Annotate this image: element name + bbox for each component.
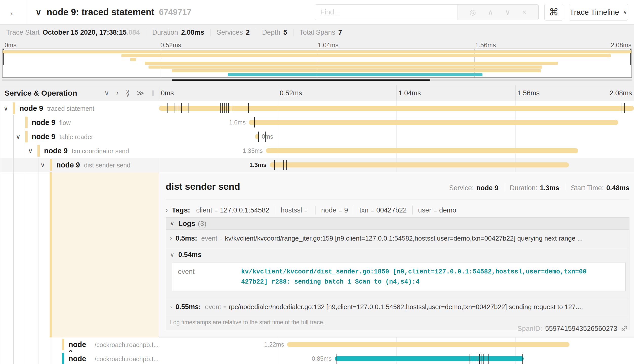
span-row-name-cell[interactable]: ∨node 9txn coordinator send (0, 144, 159, 158)
span-row-timeline-cell[interactable] (159, 101, 634, 115)
logs-header[interactable]: ∨ Logs (3) (166, 218, 629, 230)
chevron-down-icon[interactable]: ∨ (16, 133, 20, 140)
trace-id: 6749717 (159, 7, 191, 17)
tags-row[interactable]: › Tags: client = 127.0.0.1:54582 hostssl… (166, 204, 456, 216)
log-marker-tick (522, 354, 523, 364)
service-name: node 9 (32, 133, 55, 141)
span-rows: node 9/cockroach.roachpb.I...1.22msnode … (0, 337, 634, 364)
span-row[interactable]: ∨node 9txn coordinator send1.35ms (0, 144, 634, 158)
back-button[interactable]: ← (0, 0, 28, 24)
logs-count: (3) (198, 220, 206, 228)
log-marker-tick (167, 103, 168, 113)
span-row-name-cell[interactable]: node 9/cockroach.roachpb.I... (0, 337, 159, 352)
tree-guide-rail (13, 158, 14, 172)
log-marker-tick (222, 103, 223, 113)
clear-search-icon[interactable]: × (522, 8, 526, 16)
divider (256, 29, 256, 36)
span-row-timeline-cell[interactable]: 1.6ms (159, 115, 634, 130)
tree-guide-rail (1, 172, 1, 337)
span-color-bar (25, 131, 28, 142)
meta-label: Start Time: (571, 184, 604, 192)
span-bar[interactable] (159, 106, 634, 111)
tree-guide-rail (13, 115, 14, 130)
chevron-down-icon[interactable]: ∨ (28, 147, 33, 155)
tag-key: hostssl (281, 206, 302, 214)
span-row-name-cell[interactable]: ∨node 9table reader (0, 130, 159, 144)
log-marker-tick (226, 103, 227, 113)
trace-view-selector[interactable]: Trace Timeline ∨ (569, 4, 628, 20)
span-row-name-cell[interactable]: node 4/cockroach.roachpb.I... (0, 352, 159, 364)
span-row-name-cell[interactable]: node 9flow (0, 115, 159, 130)
next-match-icon[interactable]: ∨ (505, 8, 510, 16)
minimap-tick-label: 2.08ms (611, 41, 631, 49)
trace-title: node 9: traced statement (47, 7, 154, 17)
minimap-canvas[interactable] (2, 49, 632, 78)
previous-match-icon[interactable]: ∧ (488, 8, 493, 16)
double-chevron-down-icon[interactable]: ∨∨ (126, 90, 130, 96)
span-bar[interactable] (249, 120, 618, 125)
span-row-timeline-cell[interactable]: 1.3ms (159, 158, 634, 172)
page-header: ← ∨ node 9: traced statement 6749717 ◎ ∧… (0, 0, 634, 24)
ruler-gridline (278, 85, 278, 101)
span-name-wrap: node 9/cockroach.roachpb.I... (69, 337, 159, 352)
tree-guide-rail (13, 337, 14, 352)
span-id-value: 5597415943526560273 (545, 325, 617, 333)
service-name: node 9 (19, 104, 43, 113)
span-bar[interactable] (270, 162, 569, 167)
log-event-message: kv/kvclient/kvcoord/dist_sender.go:1850 … (241, 267, 586, 287)
span-row[interactable]: ∨node 9traced statement (0, 101, 634, 115)
span-row-name-cell[interactable]: ∨node 9traced statement (0, 101, 159, 115)
ruler-tick-label: 1.56ms (517, 89, 540, 97)
chevron-right-icon[interactable]: › (166, 207, 168, 214)
span-row-timeline-cell[interactable]: 1.22ms (159, 337, 634, 352)
log-entry[interactable]: › 0.5ms: event = kv/kvclient/kvcoord/ran… (166, 230, 629, 247)
double-chevron-right-icon[interactable]: ≫ (137, 89, 144, 97)
span-bar[interactable] (266, 148, 579, 153)
command-icon: ⌘ (549, 7, 559, 18)
stat-label: Services (217, 29, 243, 36)
collapse-all-chevron-down-icon[interactable]: ∨ (104, 89, 109, 97)
chevron-down-icon[interactable]: ∨ (4, 105, 8, 112)
span-row[interactable]: ∨node 9table reader0ms (0, 130, 634, 144)
column-resize-handle[interactable]: ∥ (151, 85, 154, 101)
equals-sign: = (434, 207, 437, 214)
chevron-down-icon[interactable]: ∨ (40, 161, 45, 169)
span-row[interactable]: node 9flow1.6ms (0, 115, 634, 130)
span-bar[interactable] (287, 342, 569, 347)
expand-chevron-right-icon[interactable]: › (116, 89, 119, 97)
span-row[interactable]: ∨node 9dist sender send1.3ms (0, 158, 634, 172)
minimap-tick-label: 1.56ms (475, 41, 496, 49)
keyboard-shortcuts-button[interactable]: ⌘ (544, 4, 563, 20)
minimap-span-bar (3, 50, 631, 53)
link-icon[interactable] (620, 325, 628, 333)
tree-guide-rail (13, 144, 14, 158)
log-entry-expanded-header[interactable]: ∨ 0.54ms (166, 247, 629, 262)
stat-value: 2.08ms (181, 29, 204, 36)
tree-guide-rail (1, 158, 1, 172)
ruler-gridline (515, 85, 516, 101)
timeline-gridline (515, 130, 516, 144)
span-row-timeline-cell[interactable]: 0ms (159, 130, 634, 144)
find-input[interactable] (315, 5, 457, 20)
span-row-timeline-cell[interactable]: 1.35ms (159, 144, 634, 158)
log-entry[interactable]: › 0.55ms: event = rpc/nodedialer/nodedia… (166, 298, 629, 316)
minimap-scrub-handle[interactable] (172, 79, 430, 81)
span-row[interactable]: node 9/cockroach.roachpb.I...1.22ms (0, 337, 634, 352)
span-detail-title: dist sender send (166, 181, 240, 192)
match-locate-icon[interactable]: ◎ (470, 8, 476, 16)
log-marker-tick (175, 103, 175, 113)
tag-item: node = 9 (321, 206, 348, 214)
divider (210, 29, 210, 36)
operation-name: /cockroach.roachpb.I... (95, 355, 159, 363)
chevron-down-icon[interactable]: ∨ (35, 7, 41, 17)
span-row-timeline-cell[interactable]: 0.85ms (159, 352, 634, 364)
span-row-name-cell[interactable]: ∨node 9dist sender send (0, 158, 159, 172)
span-row[interactable]: node 4/cockroach.roachpb.I...0.85ms (0, 352, 634, 364)
timeline-gridline (396, 130, 397, 144)
stat-value: 7 (338, 29, 342, 36)
span-bar[interactable] (335, 356, 524, 361)
minimap-span-bar (228, 73, 482, 76)
minimap-span-bar (149, 66, 542, 69)
stat-label: Depth (262, 29, 280, 36)
log-timestamp: 0.5ms: (176, 234, 197, 242)
